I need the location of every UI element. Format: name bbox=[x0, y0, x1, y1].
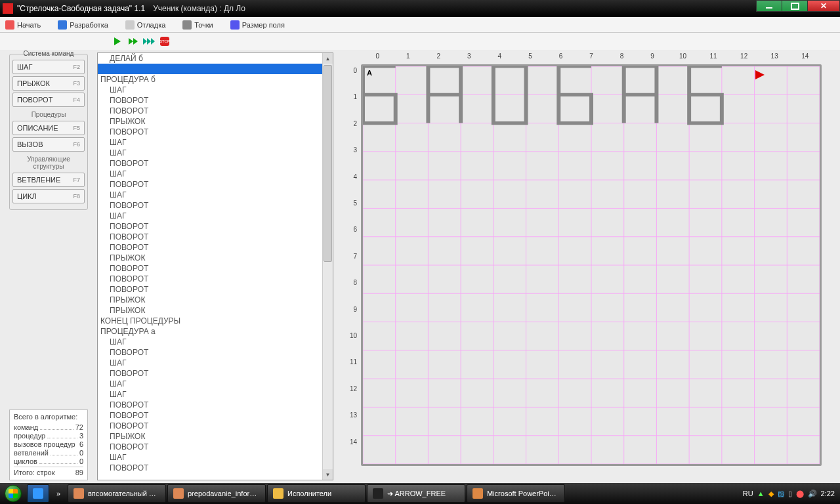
run-step-button[interactable] bbox=[143, 35, 155, 47]
points-icon bbox=[182, 20, 192, 30]
menu-fieldsize[interactable]: Размер поля bbox=[230, 20, 285, 30]
window-title: "Стрелочка-Свободная задача" 1.1 bbox=[17, 4, 145, 13]
play-toolbar: STOP bbox=[0, 33, 840, 50]
fast-forward-icon bbox=[129, 38, 138, 45]
menu-bar: Начать Разработка Отладка Точки Размер п… bbox=[0, 17, 840, 33]
stop-icon: STOP bbox=[160, 37, 169, 46]
dev-icon bbox=[58, 20, 67, 30]
stop-button[interactable]: STOP bbox=[159, 35, 171, 47]
step-icon bbox=[143, 38, 155, 45]
play-icon bbox=[5, 20, 14, 30]
window-minimize-button[interactable] bbox=[756, 0, 782, 12]
window-subtitle: Ученик (команда) : Дл Ло bbox=[153, 4, 245, 13]
window-titlebar: "Стрелочка-Свободная задача" 1.1 Ученик … bbox=[0, 0, 840, 17]
app-icon bbox=[3, 3, 13, 14]
window-close-button[interactable] bbox=[807, 0, 840, 12]
size-icon bbox=[230, 20, 240, 30]
debug-icon bbox=[125, 20, 135, 30]
menu-dev[interactable]: Разработка bbox=[58, 20, 108, 30]
window-maximize-button[interactable] bbox=[782, 0, 808, 12]
run-button[interactable] bbox=[112, 35, 123, 47]
menu-start[interactable]: Начать bbox=[5, 20, 41, 30]
play-icon bbox=[114, 37, 121, 45]
run-fast-button[interactable] bbox=[127, 35, 139, 47]
menu-debug[interactable]: Отладка bbox=[125, 20, 165, 30]
menu-points[interactable]: Точки bbox=[182, 20, 213, 30]
